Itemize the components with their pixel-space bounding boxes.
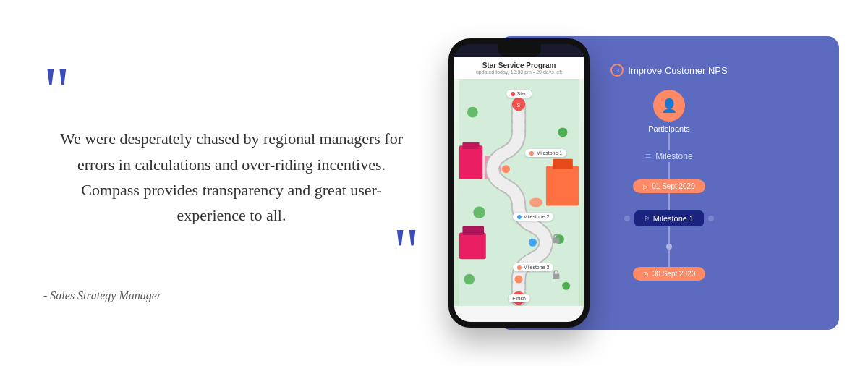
timeline-line-3 xyxy=(668,193,670,210)
testimonial-attribution: - Sales Strategy Manager xyxy=(43,289,420,302)
svg-rect-10 xyxy=(546,166,579,205)
date-2-label: 30 Sept 2020 xyxy=(652,270,696,278)
date-1-label: 01 Sept 2020 xyxy=(652,182,695,190)
phone-subtitle: updated today, 12:30 pm • 29 days left xyxy=(461,69,576,75)
svg-rect-7 xyxy=(459,145,482,179)
milestone-1-box: ⚐ Milestone 1 xyxy=(634,210,704,226)
phone-app-title: Star Service Program xyxy=(461,61,576,69)
svg-point-1 xyxy=(467,107,478,118)
milestone-1-label: Milestone 1 xyxy=(653,214,694,223)
clock-icon: ⊙ xyxy=(643,271,649,278)
road-svg: S F xyxy=(454,79,584,306)
milestone-dot-right xyxy=(708,216,714,221)
timeline-line-5 xyxy=(668,250,670,267)
game-area: S F xyxy=(454,79,584,306)
phone-mockup: Star Service Program updated today, 12:3… xyxy=(448,38,590,328)
close-quote-container: " xyxy=(43,235,420,268)
svg-point-17 xyxy=(529,239,537,247)
svg-point-5 xyxy=(464,274,475,285)
svg-point-18 xyxy=(514,276,522,284)
date-pill-1: ▷ 01 Sept 2020 xyxy=(633,179,705,193)
timeline-line-2 xyxy=(668,162,670,179)
finish-chip: Finish xyxy=(508,294,530,302)
dashboard-title: Improve Customer NPS xyxy=(628,65,727,76)
testimonial-quote: We were desperately chased by regional m… xyxy=(43,126,420,228)
svg-rect-22 xyxy=(553,238,559,243)
milestone-1-container: ⚐ Milestone 1 xyxy=(624,210,714,226)
m2-label: Milestone 2 xyxy=(524,214,550,219)
milestone1-chip: Milestone 1 xyxy=(525,149,566,157)
svg-point-3 xyxy=(473,206,485,218)
svg-rect-8 xyxy=(462,142,479,149)
devices-section: ⊙ Improve Customer NPS 👤 Participants xyxy=(448,14,839,352)
m3-label: Milestone 3 xyxy=(524,265,550,270)
finish-label: Finish xyxy=(512,296,526,301)
svg-point-6 xyxy=(562,282,570,290)
nps-icon: ⊙ xyxy=(610,64,624,77)
svg-rect-11 xyxy=(553,159,573,169)
svg-point-16 xyxy=(502,165,510,173)
close-quote-mark: " xyxy=(393,235,420,268)
milestone-1-icon: ⚐ xyxy=(644,216,650,222)
svg-point-21 xyxy=(529,197,542,207)
milestone-row: ≡ Milestone xyxy=(645,150,692,162)
timeline-line-1 xyxy=(668,133,670,150)
milestone-lines-icon: ≡ xyxy=(645,150,651,162)
svg-point-2 xyxy=(558,127,568,137)
svg-rect-24 xyxy=(553,274,559,279)
m1-dot xyxy=(529,151,534,156)
small-circle-bottom xyxy=(666,244,672,250)
milestone2-chip: Milestone 2 xyxy=(513,213,554,221)
start-label: Start xyxy=(517,91,528,96)
m3-dot xyxy=(517,265,522,270)
participants-label: Participants xyxy=(648,124,689,133)
page-container: " We were desperately chased by regional… xyxy=(0,0,868,366)
milestone-text: Milestone xyxy=(655,151,692,161)
participants-circle: 👤 xyxy=(653,90,685,122)
phone-screen: Star Service Program updated today, 12:3… xyxy=(454,57,584,322)
milestone-dot-left xyxy=(624,216,630,221)
play-icon: ▷ xyxy=(643,183,648,190)
svg-rect-12 xyxy=(459,232,486,259)
svg-rect-13 xyxy=(462,226,484,235)
phone-header: Star Service Program updated today, 12:3… xyxy=(454,57,584,79)
milestone-1-row: ⚐ Milestone 1 xyxy=(624,210,714,226)
m2-dot xyxy=(517,215,522,219)
open-quote-mark: " xyxy=(43,64,87,119)
svg-text:S: S xyxy=(517,102,521,108)
timeline-line-4 xyxy=(668,226,670,244)
date-pill-2: ⊙ 30 Sept 2020 xyxy=(633,267,706,281)
person-icon: 👤 xyxy=(661,98,677,114)
phone-notch xyxy=(498,44,541,57)
testimonial-section: " We were desperately chased by regional… xyxy=(29,49,448,317)
milestone3-chip: Milestone 3 xyxy=(513,263,554,271)
start-dot xyxy=(511,92,515,96)
start-chip: Start xyxy=(506,90,532,98)
m1-label: Milestone 1 xyxy=(536,150,562,156)
